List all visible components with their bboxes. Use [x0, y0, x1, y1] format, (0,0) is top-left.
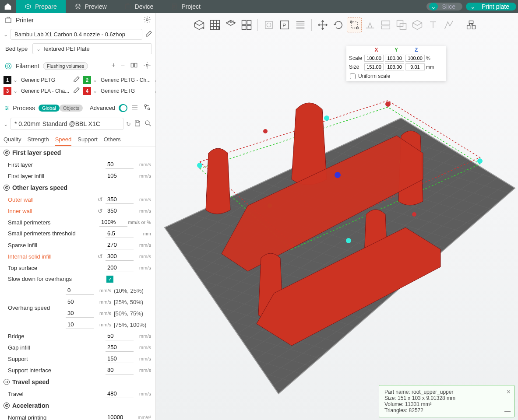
compare-icon[interactable]: [143, 103, 151, 112]
variable-layer-icon[interactable]: [293, 18, 308, 32]
filament-color-swatch[interactable]: 1: [4, 76, 11, 84]
tab-quality[interactable]: Quality: [4, 133, 21, 146]
print-plate-button[interactable]: ⌄ Print plate: [466, 3, 516, 10]
remove-filament-icon[interactable]: −: [121, 61, 125, 71]
sync-filament-icon[interactable]: [130, 61, 138, 71]
slice-button[interactable]: ⌄ Slice: [426, 3, 462, 10]
reset-icon[interactable]: ↺: [98, 196, 103, 203]
advanced-toggle[interactable]: [119, 104, 127, 112]
sparse-infill-input[interactable]: [106, 241, 134, 249]
reset-icon[interactable]: ↺: [98, 253, 103, 260]
scale-z-input[interactable]: [405, 55, 425, 62]
slow-overhangs-checkbox[interactable]: ✓: [106, 276, 113, 283]
scale-x-input[interactable]: [364, 55, 384, 62]
small-perimeters-input[interactable]: [99, 218, 127, 227]
objects-badge[interactable]: Objects: [60, 105, 83, 112]
chevron-down-icon[interactable]: [13, 77, 18, 83]
save-icon[interactable]: [134, 119, 141, 129]
bridge-input[interactable]: [106, 332, 134, 340]
edit-icon[interactable]: [145, 30, 152, 39]
scale-y-input[interactable]: [385, 55, 404, 62]
printer-dropdown[interactable]: Bambu Lab X1 Carbon 0.4 nozzle - 0.6zhop: [11, 29, 142, 40]
filament-color-swatch[interactable]: 3: [4, 87, 11, 95]
list-icon[interactable]: [131, 103, 139, 112]
filament-slot-4[interactable]: 4 Generic PETG: [83, 86, 156, 95]
filament-slot-2[interactable]: 2 Generic PETG - Ch...: [83, 75, 156, 84]
flushing-volumes-button[interactable]: Flushing volumes: [43, 62, 88, 70]
tab-device[interactable]: Device: [116, 0, 162, 13]
orient-icon[interactable]: [261, 18, 276, 32]
edit-icon[interactable]: [73, 86, 80, 95]
group-acceleration[interactable]: ⏱Acceleration: [0, 399, 155, 412]
process-profile-dropdown[interactable]: * 0.20mm Standard @BBL X1C: [11, 118, 123, 130]
filament-slot-3[interactable]: 3 Generic PLA - Cha...: [4, 86, 80, 95]
tab-preview[interactable]: Preview: [66, 0, 116, 13]
tab-strength[interactable]: Strength: [27, 133, 49, 146]
size-z-input[interactable]: [405, 63, 425, 70]
filament-settings-icon[interactable]: [143, 61, 151, 71]
chevron-down-icon[interactable]: [4, 31, 8, 38]
bed-type-dropdown[interactable]: Textured PEI Plate: [32, 43, 152, 54]
settings-scroll-area[interactable]: ⏱First layer speed First layermm/s First…: [0, 147, 155, 420]
internal-solid-infill-input[interactable]: [106, 252, 134, 261]
top-surface-input[interactable]: [106, 263, 134, 272]
seam-paint-icon[interactable]: [441, 18, 456, 32]
cut-tool-icon[interactable]: [378, 18, 393, 32]
travel-input[interactable]: [106, 389, 134, 398]
add-filament-icon[interactable]: +: [111, 61, 115, 71]
tab-others[interactable]: Others: [104, 133, 121, 146]
add-primitive-icon[interactable]: [208, 18, 222, 32]
group-first-layer-speed[interactable]: ⏱First layer speed: [0, 147, 155, 159]
size-y-input[interactable]: [385, 63, 404, 70]
overhang-3-input[interactable]: [66, 309, 94, 318]
add-plate-icon[interactable]: [192, 18, 207, 32]
reset-icon[interactable]: ↺: [98, 207, 103, 214]
overhang-1-input[interactable]: [66, 286, 94, 295]
normal-printing-input[interactable]: [106, 413, 134, 420]
scale-tool-icon[interactable]: [347, 18, 362, 32]
size-x-input[interactable]: [364, 63, 384, 70]
rotate-tool-icon[interactable]: [331, 18, 346, 32]
assembly-icon[interactable]: [464, 18, 479, 32]
overhang-4-input[interactable]: [66, 320, 94, 329]
gear-icon[interactable]: [143, 16, 151, 25]
close-icon[interactable]: ×: [507, 388, 511, 396]
support-paint-icon[interactable]: [410, 18, 425, 32]
chevron-down-icon[interactable]: [93, 88, 97, 94]
add-support-icon[interactable]: ABC: [223, 18, 238, 32]
first-layer-infill-input[interactable]: [106, 172, 134, 180]
filament-color-swatch[interactable]: 2: [83, 76, 91, 84]
filament-color-swatch[interactable]: 4: [83, 87, 91, 95]
chevron-down-icon[interactable]: ⌄: [429, 3, 438, 10]
chevron-down-icon[interactable]: [4, 121, 8, 127]
first-layer-input[interactable]: [106, 160, 134, 169]
group-travel-speed[interactable]: ⇢Travel speed: [0, 376, 155, 388]
support-input[interactable]: [106, 354, 134, 363]
global-badge[interactable]: Global: [39, 105, 60, 112]
text-tool-icon[interactable]: [426, 18, 440, 32]
3d-viewport[interactable]: ABC P X Y Z: [156, 13, 518, 420]
move-tool-icon[interactable]: [315, 18, 330, 32]
uniform-scale-checkbox[interactable]: [350, 74, 356, 79]
home-button[interactable]: [0, 0, 16, 13]
mesh-boolean-icon[interactable]: [394, 18, 409, 32]
search-icon[interactable]: [144, 119, 152, 129]
edit-icon[interactable]: [73, 75, 80, 84]
gap-infill-input[interactable]: [106, 343, 134, 352]
overhang-2-input[interactable]: [66, 298, 94, 306]
chevron-down-icon[interactable]: [93, 77, 97, 83]
filament-slot-1[interactable]: 1 Generic PETG: [4, 75, 80, 84]
support-interface-input[interactable]: [106, 366, 134, 374]
group-other-layers-speed[interactable]: ⏱Other layers speed: [0, 182, 155, 194]
chevron-down-icon[interactable]: [13, 88, 18, 94]
split-icon[interactable]: P: [277, 18, 292, 32]
tab-project[interactable]: Project: [162, 0, 209, 13]
inner-wall-input[interactable]: [106, 206, 134, 215]
arrange-icon[interactable]: [239, 18, 254, 32]
tab-support[interactable]: Support: [78, 133, 98, 146]
collapse-icon[interactable]: —: [504, 407, 511, 414]
lay-flat-icon[interactable]: [363, 18, 377, 32]
reset-icon[interactable]: ↻: [126, 121, 131, 127]
small-perimeters-threshold-input[interactable]: [106, 229, 134, 238]
chevron-down-icon[interactable]: ⌄: [469, 3, 477, 10]
